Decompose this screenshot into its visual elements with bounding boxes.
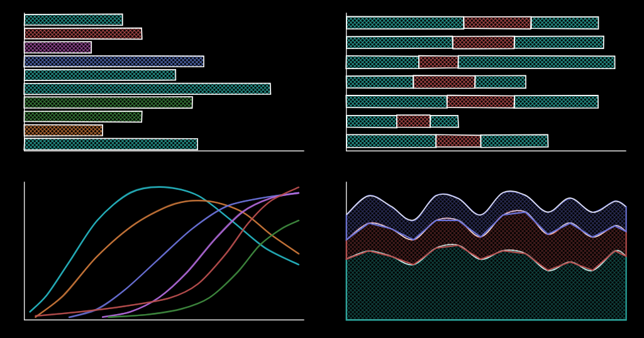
line-series [35, 200, 298, 317]
stacked-segment [514, 95, 599, 107]
stacked-segment [414, 75, 475, 88]
stacked-segment [346, 16, 464, 29]
stacked-segment [347, 115, 397, 127]
chart-hbar [0, 0, 322, 169]
line-series [108, 221, 299, 317]
stacked-segment [447, 95, 514, 107]
bar-row [25, 55, 203, 67]
bar-row [25, 14, 123, 25]
stacked-segment [430, 116, 458, 128]
stacked-segment [419, 57, 458, 68]
bar-row [24, 28, 142, 39]
bar-row [25, 138, 198, 150]
stacked-segment [480, 134, 548, 146]
stacked-segment [514, 36, 604, 49]
stacked-segment [397, 115, 431, 128]
line-series [69, 193, 299, 317]
stacked-segment [347, 36, 453, 48]
stacked-segment [475, 75, 526, 88]
stacked-segment [452, 36, 514, 48]
stacked-segment [436, 135, 481, 148]
stacked-segment [346, 56, 419, 68]
stacked-segment [458, 56, 615, 68]
chart-area [322, 169, 644, 338]
bar-row [24, 125, 103, 136]
bar-row [25, 84, 271, 94]
stacked-segment [531, 17, 599, 30]
bar-row [24, 111, 142, 121]
stacked-segment [464, 16, 531, 29]
chart-stackedbar [322, 0, 644, 169]
stacked-segment [346, 134, 436, 147]
stacked-segment [346, 75, 413, 88]
bar-row [24, 97, 192, 109]
chart-lines [0, 169, 322, 338]
stacked-segment [346, 95, 447, 108]
bar-row [25, 70, 175, 80]
bar-row [24, 42, 91, 53]
